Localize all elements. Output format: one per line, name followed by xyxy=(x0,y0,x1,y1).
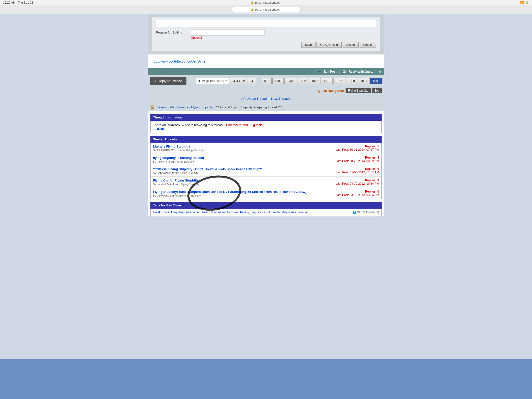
status-bar: 12:29 AM Thu Sep 28 🔒 pokerfraudalert.co… xyxy=(0,0,532,5)
page-label[interactable]: ▼ Page 1882 of 1882 xyxy=(196,78,229,84)
breadcrumb-thread: *** Official Flying Stupidity Wagering t… xyxy=(216,105,282,109)
status-icons: 📶 🔋 xyxy=(520,1,529,4)
battery-icon: 🔋 xyxy=(525,1,529,4)
flying-stupidity-nav-button[interactable]: Flying Stupidity xyxy=(346,88,370,93)
go-advanced-button[interactable]: Go Advanced xyxy=(316,42,342,48)
member-link-jeffdime[interactable]: JeffDime xyxy=(153,127,166,131)
reason-label: Reason for Editing: xyxy=(156,30,188,34)
content-area: Thread Information There are currently 5… xyxy=(148,114,384,216)
members-text: (1 members and 56 guests) xyxy=(224,123,264,127)
page-1881[interactable]: 1881 xyxy=(358,78,370,84)
thread-replies-0: Replies: 5 xyxy=(336,145,379,148)
youtube-link[interactable]: http://www.youtube.com/c/JeffDime xyxy=(152,59,205,63)
thread-last-post-4: Last Post: 03-19-2012, 03:34 PM xyxy=(336,193,379,197)
thread-by-3: By hotshott74 in forum Flying Stupidity xyxy=(153,183,199,186)
form-buttons: Save Go Advanced Delete Cancel xyxy=(156,42,376,48)
more-icon: ⊕ xyxy=(379,70,382,74)
thread-last-post-1: Last Post: 08-26-2014, 08:02 PM xyxy=(336,159,379,163)
optional-text: Optional xyxy=(191,36,265,39)
thread-row: Flying Car for Flying Stupidity By hotsh… xyxy=(150,177,382,188)
cancel-button[interactable]: Cancel xyxy=(360,42,376,48)
thread-row: ***Official Flying Stupidity / Druff, Dr… xyxy=(150,165,382,177)
top-nav-button[interactable]: Top xyxy=(372,88,382,93)
reason-input[interactable] xyxy=(191,30,265,35)
wifi-icon: 📶 xyxy=(520,1,524,4)
page-wrapper: Reason for Editing: Optional Save Go Adv… xyxy=(0,14,532,359)
page-1832[interactable]: 1832 xyxy=(297,78,308,84)
dropdown-arrow: ▼ xyxy=(198,79,201,83)
previous-thread-link[interactable]: « Previous Thread xyxy=(241,97,267,100)
prev-next-bar: « Previous Thread | Next Thread » xyxy=(148,94,384,103)
page-1782[interactable]: 1782 xyxy=(284,78,296,84)
thread-by-1: By mulva in forum Flying Stupidity xyxy=(153,160,204,163)
delete-button[interactable]: Delete xyxy=(343,42,359,48)
breadcrumb-flying-stupidity[interactable]: Flying Stupidity xyxy=(191,105,213,109)
url-bar[interactable]: 🔒 pokerfraudalert.com xyxy=(232,7,300,12)
tags-header: Tags for this Thread xyxy=(150,202,382,209)
thread-info-box: Thread Information There are currently 5… xyxy=(150,114,382,133)
browser-chrome: 🔒 pokerfraudalert.com xyxy=(0,5,532,14)
thread-by-4: By bukowski72 in forum Flying Stupidity xyxy=(153,194,306,197)
url-display: 🔒 pokerfraudalert.com xyxy=(250,1,281,4)
lock-icon: 🔒 xyxy=(250,1,254,4)
home-icon[interactable]: 🏠 xyxy=(150,105,154,109)
reply-with-quote-link[interactable]: Reply With Quote xyxy=(349,70,373,73)
thread-row: flying stupidity is shitting the bed By … xyxy=(150,154,382,165)
page-1872[interactable]: 1872 xyxy=(309,78,321,84)
thread-replies-1: Replies: 4 xyxy=(336,156,379,159)
thread-title-3[interactable]: Flying Car for Flying Stupidity xyxy=(153,179,199,182)
tags-text[interactable]: #letsko, 5 cent taquitos, :entertained, … xyxy=(153,211,353,214)
thread-title-2[interactable]: ***Official Flying Stupidity / Druff, Dr… xyxy=(153,167,262,171)
breadcrumb-bar: 🏠 › Forum › Main Forums › Flying Stupidi… xyxy=(148,103,384,111)
thread-by-0: By FRANKRIZZO in forum Flying Stupidity xyxy=(153,149,204,152)
prev-page-button[interactable]: ◄ xyxy=(248,78,256,84)
reply-to-thread-button[interactable]: + Reply to Thread xyxy=(150,77,186,85)
who-online[interactable]: 👥 Who's Online (3) xyxy=(353,211,379,214)
thread-title-4[interactable]: Flying Stupidity: Base Jumpers Ditch Bar… xyxy=(153,190,306,194)
main-content: Reason for Editing: Optional Save Go Adv… xyxy=(148,14,384,216)
ellipsis: ... xyxy=(257,78,261,84)
link-section: http://www.youtube.com/c/JeffDime xyxy=(148,54,384,68)
thread-row: Flying Stupidity: Base Jumpers Ditch Bar… xyxy=(150,188,382,199)
reason-row: Reason for Editing: Optional xyxy=(156,30,376,39)
quick-nav-label: Quick Navigation xyxy=(318,89,344,93)
edit-form-inner: Reason for Editing: Optional Save Go Adv… xyxy=(152,17,380,51)
status-time: 12:29 AM Thu Sep 28 xyxy=(3,1,33,4)
edit-form-section: Reason for Editing: Optional Save Go Adv… xyxy=(148,14,384,54)
warning-icon: ⚠ xyxy=(150,70,153,74)
page-1880[interactable]: 1880 xyxy=(346,78,357,84)
browsing-text: There are currently 57 users browsing th… xyxy=(153,123,224,127)
page-882[interactable]: 882 xyxy=(262,78,272,84)
page-1382[interactable]: 1382 xyxy=(272,78,284,84)
edit-post-link[interactable]: Edit Post xyxy=(324,70,336,73)
next-thread-link[interactable]: Next Thread » xyxy=(271,97,291,100)
thread-last-post-3: Last Post: 04-19-2012, 10:34 PM xyxy=(336,182,379,185)
thread-replies-4: Replies: 0 xyxy=(336,190,379,193)
pagination-area: ▼ Page 1882 of 1882 ◄◄ First ◄ ... 882 1… xyxy=(196,78,382,84)
pencil-icon: ✏ xyxy=(318,70,321,74)
thread-nav-bar: + Reply to Thread ▼ Page 1882 of 1882 ◄◄… xyxy=(148,75,384,87)
page-1882[interactable]: 1882 xyxy=(370,78,382,84)
tags-body: #letsko, 5 cent taquitos, :entertained, … xyxy=(150,209,382,216)
thread-replies-2: Replies: 9 xyxy=(336,167,379,171)
thread-row: Literally Flying Stupidity By FRANKRIZZO… xyxy=(150,143,382,154)
quick-nav-bar: Quick Navigation Flying Stupidity Top xyxy=(148,87,384,94)
lock-icon-2: 🔒 xyxy=(250,8,254,11)
thread-title-1[interactable]: flying stupidity is shitting the bed xyxy=(153,156,204,160)
page-1878[interactable]: 1878 xyxy=(321,78,333,84)
thread-by-2: By Sandwich in forum Flying Stupidity xyxy=(153,171,262,174)
first-page-button[interactable]: ◄◄ First xyxy=(230,78,247,84)
breadcrumb-main-forums[interactable]: Main Forums xyxy=(169,105,188,109)
thread-last-post-0: Last Post: 10-21-2014, 07:17 PM xyxy=(336,148,379,151)
thread-info-header: Thread Information xyxy=(150,114,382,121)
save-button[interactable]: Save xyxy=(301,42,316,48)
post-action-bar: ⚠ ✏ Edit Post | 💬 Reply With Quote | ⊕ xyxy=(148,68,384,75)
thread-info-body: There are currently 57 users browsing th… xyxy=(150,121,382,133)
thread-replies-3: Replies: 0 xyxy=(336,179,379,182)
thread-title-0[interactable]: Literally Flying Stupidity xyxy=(153,145,190,148)
page-1879[interactable]: 1879 xyxy=(333,78,345,84)
similar-threads-header: Similar Threads xyxy=(150,136,382,143)
thread-last-post-2: Last Post: 08-08-2012, 01:35 AM xyxy=(336,171,379,174)
quote-icon: 💬 xyxy=(342,70,346,74)
breadcrumb-forum[interactable]: Forum xyxy=(157,105,167,109)
